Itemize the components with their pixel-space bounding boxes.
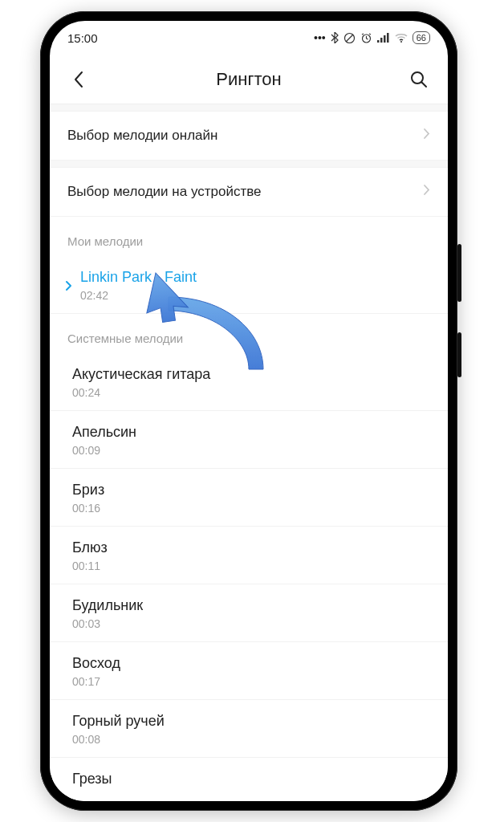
ringtone-duration: 00:08 [72,733,425,746]
screen: 15:00 ••• 66 Рингтон [50,21,448,801]
battery-indicator: 66 [413,31,430,44]
ringtone-duration: 00:24 [72,386,425,399]
ringtone-name: Бриз [72,482,425,498]
ringtone-name: Акустическая гитара [72,366,425,383]
ringtone-name: Грезы [72,771,425,787]
ringtone-duration: 00:09 [72,444,425,457]
svg-line-1 [346,35,353,42]
ringtone-name: Восход [72,655,425,672]
system-ringtone-row[interactable]: Грезы [50,758,448,801]
chevron-right-icon [423,184,430,200]
ringtone-name: Linkin Park - Faint [80,269,430,286]
system-ringtone-row[interactable]: Восход 00:17 [50,642,448,700]
status-time: 15:00 [67,31,98,45]
svg-line-9 [422,82,427,87]
my-ringtone-row[interactable]: Linkin Park - Faint 02:42 [50,256,448,314]
divider [50,161,448,167]
ringtone-duration: 00:11 [72,560,425,572]
signal-icon [377,33,390,43]
svg-point-7 [400,41,402,43]
status-icons: ••• 66 [314,31,430,44]
svg-rect-4 [380,38,383,43]
ringtone-duration: 00:03 [72,617,425,630]
phone-frame: 15:00 ••• 66 Рингтон [40,11,457,811]
app-bar: Рингтон [50,55,448,104]
bluetooth-icon [331,32,339,43]
divider [50,104,448,111]
system-ringtone-row[interactable]: Будильник 00:03 [50,584,448,642]
system-ringtone-row[interactable]: Акустическая гитара 00:24 [50,353,448,411]
wifi-icon [395,33,408,43]
svg-rect-5 [384,35,386,43]
back-button[interactable] [66,67,91,92]
svg-rect-6 [387,33,389,43]
select-device-label: Выбор мелодии на устройстве [67,184,261,200]
ringtone-name: Апельсин [72,424,425,441]
search-icon [410,71,428,88]
select-online-label: Выбор мелодии онлайн [67,128,217,144]
select-online-row[interactable]: Выбор мелодии онлайн [50,111,448,161]
system-ringtone-row[interactable]: Бриз 00:16 [50,469,448,527]
content-scroll[interactable]: Выбор мелодии онлайн Выбор мелодии на ус… [50,104,448,801]
dnd-icon [343,32,356,44]
ringtone-name: Горный ручей [72,713,425,730]
alarm-icon [360,32,372,44]
status-bar: 15:00 ••• 66 [50,21,448,55]
ringtone-duration: 00:17 [72,675,425,688]
search-button[interactable] [406,67,432,92]
ringtone-name: Будильник [72,597,425,614]
ringtone-name: Блюз [72,539,425,556]
more-icon: ••• [314,31,326,44]
page-title: Рингтон [91,69,406,90]
my-ringtones-header: Мои мелодии [50,217,448,256]
system-ringtones-header: Системные мелодии [50,314,448,353]
selected-indicator-icon [61,280,75,291]
ringtone-duration: 02:42 [80,289,430,302]
svg-rect-3 [377,40,380,43]
system-ringtone-row[interactable]: Апельсин 00:09 [50,411,448,469]
chevron-left-icon [73,71,84,88]
system-ringtone-row[interactable]: Горный ручей 00:08 [50,700,448,758]
chevron-right-icon [423,128,430,144]
select-device-row[interactable]: Выбор мелодии на устройстве [50,167,448,217]
ringtone-duration: 00:16 [72,502,425,515]
system-ringtone-row[interactable]: Блюз 00:11 [50,527,448,584]
